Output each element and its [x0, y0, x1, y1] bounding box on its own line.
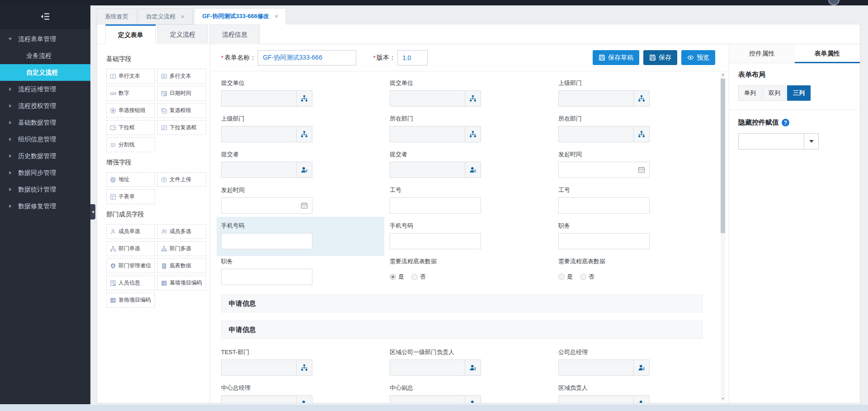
page-tab[interactable]: GF-协同测试333-666修改×: [194, 8, 286, 24]
field-type-button[interactable]: 人员信息: [106, 276, 155, 290]
radio-option[interactable]: 否: [580, 273, 594, 281]
picker-input-field[interactable]: [390, 396, 465, 403]
picker-input-field[interactable]: [559, 126, 633, 142]
sidebar-item[interactable]: 数据统计管理: [0, 181, 90, 198]
form-field[interactable]: 提交单位: [390, 78, 558, 113]
vertical-scrollbar[interactable]: ▲ ▼: [721, 72, 725, 401]
user-avatar[interactable]: [828, 0, 840, 5]
designer-tab[interactable]: 定义流程: [157, 24, 208, 44]
layout-option-button[interactable]: 双列: [763, 85, 786, 101]
field-type-button[interactable]: 多行文本: [157, 69, 206, 84]
picker-input-field[interactable]: [222, 360, 296, 375]
text-input[interactable]: [390, 233, 481, 249]
sidebar-item[interactable]: 流程表单管理: [0, 31, 90, 47]
org-picker-icon[interactable]: [465, 126, 481, 142]
field-type-button[interactable]: 地址: [106, 172, 155, 187]
form-field[interactable]: 手机号码: [390, 220, 558, 256]
scrollbar-thumb[interactable]: [721, 79, 725, 233]
org-picker-icon[interactable]: [296, 91, 312, 106]
text-input[interactable]: [221, 233, 312, 249]
picker-input-field[interactable]: [222, 91, 296, 106]
sidebar-item[interactable]: 业务流程: [0, 47, 90, 64]
radio-option[interactable]: 是: [558, 273, 573, 281]
field-type-button[interactable]: 部门单选: [106, 241, 155, 256]
picker-input-field[interactable]: [390, 162, 465, 177]
form-section-header[interactable]: 申请信息: [221, 294, 703, 313]
layout-option-button[interactable]: 单列: [738, 85, 762, 101]
form-field[interactable]: 发起时间: [221, 185, 390, 220]
field-type-button[interactable]: 下拉框: [106, 120, 155, 135]
form-field[interactable]: 中心副总: [390, 383, 558, 403]
field-type-button[interactable]: 子表单: [106, 189, 155, 204]
save-button[interactable]: 保存: [643, 50, 677, 65]
field-type-button[interactable]: 部门多选: [157, 241, 206, 256]
picker-input-field[interactable]: [559, 396, 633, 403]
sidebar-item[interactable]: 流程运维管理: [0, 81, 90, 98]
org-picker-icon[interactable]: [633, 126, 649, 142]
form-name-input[interactable]: [258, 50, 356, 65]
sidebar-item[interactable]: 基础数据管理: [0, 114, 90, 131]
form-field[interactable]: 职务: [221, 256, 390, 292]
person-picker-icon[interactable]: [465, 360, 481, 375]
form-field[interactable]: 上级部门: [558, 78, 716, 113]
field-type-button[interactable]: 复选框组: [157, 103, 206, 118]
date-picker-icon[interactable]: [633, 162, 649, 177]
hidden-control-dropdown[interactable]: [738, 133, 819, 149]
picker-input-field[interactable]: [390, 360, 465, 375]
person-picker-icon[interactable]: [296, 396, 312, 403]
form-field[interactable]: 中心总经理: [221, 383, 390, 403]
org-picker-icon[interactable]: [296, 126, 312, 142]
field-type-button[interactable]: 123数字: [106, 86, 155, 101]
form-field[interactable]: 发起时间: [558, 149, 716, 185]
properties-tab[interactable]: 控件属性: [729, 44, 795, 63]
person-picker-icon[interactable]: [633, 396, 649, 403]
text-input[interactable]: [221, 269, 312, 285]
field-type-button[interactable]: 成员单选: [106, 224, 155, 239]
scroll-up-icon[interactable]: ▲: [721, 72, 725, 77]
form-field[interactable]: 工号: [558, 185, 716, 220]
version-input[interactable]: [397, 50, 428, 65]
sidebar-item[interactable]: 历史数据管理: [0, 148, 90, 164]
person-picker-icon[interactable]: [465, 396, 481, 403]
form-field[interactable]: 职务: [558, 220, 716, 256]
form-field[interactable]: 所在部门: [390, 113, 558, 149]
text-input[interactable]: [558, 197, 650, 214]
form-field[interactable]: 区域公司一级部门负责人: [390, 347, 558, 383]
page-tab[interactable]: 自定义流程×: [138, 9, 193, 24]
picker-input-field[interactable]: [222, 162, 296, 177]
picker-input-field[interactable]: [222, 126, 296, 142]
form-field[interactable]: 公司总经理: [558, 347, 716, 383]
designer-tab[interactable]: 定义表单: [105, 24, 156, 44]
form-field[interactable]: TEST-部门: [221, 347, 390, 383]
form-field[interactable]: 需要流程底表数据是否: [558, 256, 716, 292]
text-input[interactable]: [558, 233, 650, 249]
picker-input-field[interactable]: [222, 396, 296, 403]
form-field[interactable]: 所在部门: [558, 113, 716, 149]
help-icon[interactable]: ?: [782, 119, 789, 126]
properties-tab[interactable]: 表单属性: [795, 44, 860, 63]
layout-option-button[interactable]: 三列: [787, 85, 811, 101]
field-type-button[interactable]: 下拉复选框: [157, 120, 206, 135]
field-type-button[interactable]: 单选按钮组: [106, 103, 155, 118]
field-type-button[interactable]: 幕墙项目编码: [157, 276, 206, 290]
scroll-down-icon[interactable]: ▼: [721, 397, 725, 401]
sidebar-item[interactable]: 组织信息管理: [0, 131, 90, 148]
date-input-field[interactable]: [222, 198, 296, 213]
designer-tab[interactable]: 流程信息: [209, 24, 260, 44]
picker-input-field[interactable]: [390, 91, 465, 106]
person-picker-icon[interactable]: [633, 360, 649, 375]
panel-collapse-handle[interactable]: ◀: [90, 204, 95, 220]
sidebar-item[interactable]: 数据同步管理: [0, 164, 90, 181]
date-input-field[interactable]: [559, 162, 633, 177]
sidebar-collapse-button[interactable]: [0, 5, 90, 29]
field-type-button[interactable]: 分割线: [106, 137, 155, 152]
preview-button[interactable]: 预览: [681, 50, 715, 65]
text-input[interactable]: [390, 197, 481, 214]
date-picker-icon[interactable]: [296, 198, 312, 213]
person-picker-icon[interactable]: [465, 162, 481, 177]
form-field[interactable]: 提交者: [390, 149, 558, 185]
field-type-button[interactable]: 底表数据: [157, 258, 206, 273]
field-type-button[interactable]: 部门管理者信: [106, 258, 155, 273]
close-icon[interactable]: ×: [181, 13, 184, 20]
form-field[interactable]: 需要流程底表数据是否: [390, 256, 558, 292]
